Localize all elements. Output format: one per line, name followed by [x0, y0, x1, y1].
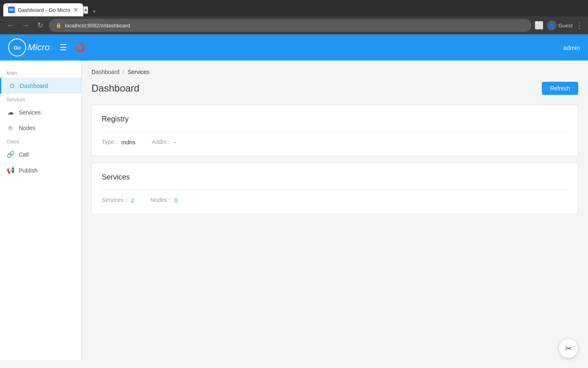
sidebar-section-services: Services	[0, 94, 81, 104]
services-card-title: Services	[102, 173, 568, 182]
services-card-row: Services： 2 Nodes： 0	[102, 197, 568, 204]
publish-icon: 📢	[7, 166, 15, 174]
new-tab-button[interactable]: +	[83, 6, 88, 14]
sidebar-label-call: Call	[19, 151, 29, 158]
tab-strip-end: ⌄	[91, 6, 97, 14]
dashboard-icon: ⊙	[8, 82, 16, 90]
profile-icon: 👤	[547, 20, 557, 30]
page-header-row: Dashboard Refresh	[91, 82, 578, 95]
url-text: localhost:8082/#/dashboard	[65, 22, 130, 29]
sidebar-item-dashboard[interactable]: ⊙ Dashboard	[0, 78, 81, 94]
page-title: Dashboard	[91, 83, 139, 94]
back-button[interactable]: ←	[5, 20, 16, 31]
registry-addrs-value: -	[174, 139, 176, 146]
sidebar-section-main: Main	[0, 67, 81, 78]
sidebar-item-services[interactable]: ☁ Services	[0, 104, 81, 120]
sidebar-label-dashboard: Dashboard	[20, 83, 48, 89]
address-bar[interactable]: 🔒 localhost:8082/#/dashboard	[49, 19, 531, 32]
services-icon: ☁	[7, 108, 15, 116]
registry-card-title: Registry	[102, 115, 568, 123]
services-count-label: Services：	[102, 197, 129, 204]
call-icon: 🔗	[7, 150, 15, 158]
services-count-field: Services： 2	[102, 197, 134, 204]
tab-close-button[interactable]: ✕	[74, 7, 78, 13]
services-nodes-label: Nodes：	[150, 197, 172, 204]
breadcrumb-dashboard[interactable]: Dashboard	[91, 69, 120, 75]
menu-button[interactable]: ⋮	[576, 21, 583, 30]
services-card: Services Services： 2 Nodes： 0	[91, 163, 578, 214]
app-logo: Go Micro	[8, 38, 50, 56]
registry-card-row: Type： mdns Addrs： -	[102, 139, 568, 146]
breadcrumb-separator: /	[123, 69, 125, 75]
registry-addrs-field: Addrs： -	[152, 139, 176, 146]
profile-label: Guest	[558, 22, 572, 29]
services-count-value: 2	[131, 197, 134, 204]
refresh-button[interactable]: Refresh	[542, 82, 578, 95]
content-area: Dashboard / Services Dashboard Refresh R…	[82, 61, 588, 360]
logo-text: Micro	[28, 42, 50, 53]
sidebar: Main ⊙ Dashboard Services ☁ Services ⎋ N…	[0, 61, 82, 360]
header-icons: ☰ ⭕	[60, 43, 85, 52]
fab-button[interactable]: ✂	[559, 339, 578, 358]
cast-icon[interactable]: ⬜	[535, 21, 543, 30]
breadcrumb: Dashboard / Services	[91, 69, 578, 75]
main-area: Main ⊙ Dashboard Services ☁ Services ⎋ N…	[0, 61, 588, 360]
menu-icon[interactable]: ☰	[60, 43, 67, 52]
logo-circle: Go	[8, 38, 26, 56]
github-icon[interactable]: ⭕	[75, 43, 85, 52]
registry-addrs-label: Addrs：	[152, 139, 173, 146]
reload-button[interactable]: ↻	[34, 20, 46, 31]
registry-card-divider	[102, 132, 568, 132]
sidebar-section-client: Client	[0, 136, 81, 146]
registry-type-field: Type： mdns	[102, 139, 136, 146]
sidebar-item-call[interactable]: 🔗 Call	[0, 146, 81, 162]
nodes-icon: ⎋	[7, 124, 15, 132]
registry-card: Registry Type： mdns Addrs： -	[91, 105, 578, 156]
fab-area: ✂	[559, 339, 578, 358]
browser-tab-bar: Mi Dashboard - Go Micro ✕ + ⌄	[0, 0, 588, 16]
services-nodes-field: Nodes： 0	[150, 197, 177, 204]
services-nodes-value: 0	[174, 197, 178, 204]
forward-button[interactable]: →	[20, 20, 31, 31]
browser-profile[interactable]: 👤 Guest	[547, 20, 572, 30]
tab-favicon: Mi	[8, 7, 15, 13]
tab-title: Dashboard - Go Micro	[18, 7, 70, 13]
active-tab[interactable]: Mi Dashboard - Go Micro ✕	[3, 3, 83, 16]
sidebar-label-nodes: Nodes	[19, 125, 35, 131]
app-header: Go Micro ☰ ⭕ admin	[0, 34, 588, 61]
breadcrumb-current: Services	[127, 69, 149, 75]
browser-toolbar: ← → ↻ 🔒 localhost:8082/#/dashboard ⬜ 👤 G…	[0, 16, 588, 34]
sidebar-label-services: Services	[19, 109, 41, 116]
registry-type-value: mdns	[121, 139, 135, 146]
sidebar-item-nodes[interactable]: ⎋ Nodes	[0, 120, 81, 136]
toolbar-right: ⬜ 👤 Guest ⋮	[535, 20, 583, 30]
lock-icon: 🔒	[56, 22, 62, 28]
registry-type-label: Type：	[102, 139, 120, 146]
admin-label: admin	[563, 44, 580, 51]
sidebar-label-publish: Publish	[19, 167, 38, 174]
services-card-divider	[102, 190, 568, 190]
sidebar-item-publish[interactable]: 📢 Publish	[0, 162, 81, 178]
